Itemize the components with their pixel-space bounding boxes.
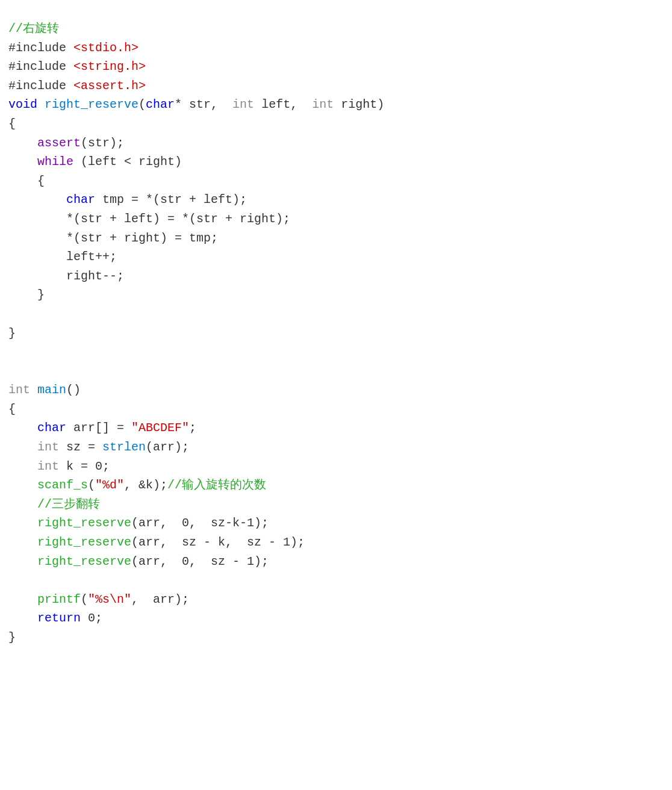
leftpp-stmt: left++; xyxy=(66,250,117,264)
func-right-reserve: right_reserve xyxy=(45,98,138,111)
int-keyword4: int xyxy=(37,459,59,473)
scanf-args: , &k); xyxy=(124,478,167,492)
hash1: #include xyxy=(8,41,73,55)
func-name-rr xyxy=(37,98,45,111)
assert-func: assert xyxy=(37,136,81,150)
comment-input: //输入旋转的次数 xyxy=(167,478,266,492)
close-brace-while: } xyxy=(37,288,45,302)
hash2: #include xyxy=(8,60,73,73)
param1: * str, xyxy=(175,98,232,111)
sz-decl: sz = xyxy=(59,440,102,454)
tmp-decl: tmp = *(str + left); xyxy=(95,193,247,207)
int-keyword2: int xyxy=(312,98,334,111)
comment-three-steps: //三步翻转 xyxy=(37,497,100,511)
return-keyword: return xyxy=(37,611,81,625)
scanf-call: scanf_s xyxy=(37,478,88,492)
while-keyword: while xyxy=(37,155,73,169)
printf-call: printf xyxy=(37,592,81,606)
param3: right) xyxy=(334,98,384,111)
param2: left, xyxy=(254,98,312,111)
strlen-args: (arr); xyxy=(146,440,189,454)
comment-title: //右旋转 xyxy=(8,22,59,36)
rr2-args: (arr, sz - k, sz - 1); xyxy=(131,535,305,549)
open-brace-while: { xyxy=(37,174,45,188)
code-editor: //右旋转 #include <stdio.h> #include <strin… xyxy=(0,11,672,656)
include-assert: <assert.h> xyxy=(73,79,146,93)
int-keyword3: int xyxy=(37,440,59,454)
string-abcdef: "ABCDEF" xyxy=(131,421,189,435)
rr1-args: (arr, 0, sz-k-1); xyxy=(131,516,269,530)
rr-call2: right_reserve xyxy=(37,535,131,549)
open-brace-func: { xyxy=(8,117,16,131)
arr-decl: arr[] = xyxy=(66,421,131,435)
int-keyword1: int xyxy=(232,98,254,111)
printf-fmt: "%s\n" xyxy=(88,592,131,606)
hash3: #include xyxy=(8,79,73,93)
k-decl: k = 0; xyxy=(59,459,110,473)
func-params: ( xyxy=(138,98,146,111)
void-keyword: void xyxy=(8,98,37,111)
open-brace-main: { xyxy=(8,402,16,416)
deref-assign1: *(str + left) = *(str + right); xyxy=(66,212,290,226)
scanf-parens-open: ( xyxy=(88,478,95,492)
arr-semi: ; xyxy=(189,421,196,435)
printf-args: , arr); xyxy=(131,592,189,606)
rr3-args: (arr, 0, sz - 1); xyxy=(131,555,269,568)
main-func-name xyxy=(30,383,37,397)
main-parens: () xyxy=(66,383,81,397)
include-string: <string.h> xyxy=(73,60,146,73)
while-cond: (left < right) xyxy=(73,155,182,169)
char-keyword2: char xyxy=(66,193,95,207)
int-keyword-main: int xyxy=(8,383,30,397)
assert-parens: (str); xyxy=(81,136,124,150)
guide-level1-start: assert(str); while (left < right) { char… xyxy=(8,136,290,302)
strlen-call: strlen xyxy=(102,440,146,454)
rr-call3: right_reserve xyxy=(37,555,131,568)
return-val: 0; xyxy=(81,611,102,625)
main-name: main xyxy=(37,383,66,397)
char-keyword3: char xyxy=(37,421,66,435)
scanf-fmt: "%d" xyxy=(95,478,124,492)
include-stdio: <stdio.h> xyxy=(73,41,138,55)
close-brace-main: } xyxy=(8,630,16,644)
rightmm-stmt: right--; xyxy=(66,269,124,283)
deref-assign2: *(str + right) = tmp; xyxy=(66,231,218,245)
rr-call1: right_reserve xyxy=(37,516,131,530)
code-content: //右旋转 #include <stdio.h> #include <strin… xyxy=(0,11,672,656)
char-keyword1: char xyxy=(146,98,175,111)
close-brace-func: } xyxy=(8,326,16,340)
printf-parens-open: ( xyxy=(81,592,88,606)
